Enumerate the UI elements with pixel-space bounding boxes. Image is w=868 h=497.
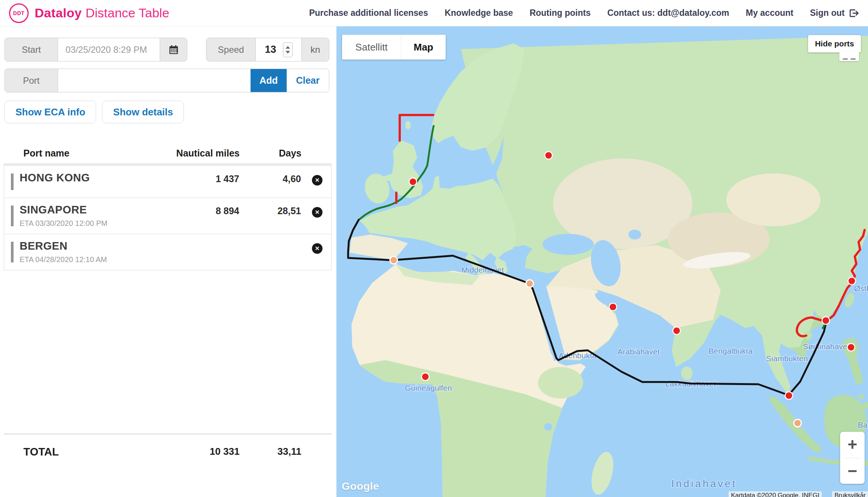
remove-port-button[interactable]: ✕ bbox=[312, 175, 322, 186]
map-canvas[interactable]: Middelhavet Adenbukta Arabiahavet Bengal… bbox=[336, 26, 868, 497]
waypoint-dot-suez[interactable] bbox=[526, 280, 533, 287]
dash-icon bbox=[851, 58, 856, 60]
route-planner-panel: Start bbox=[0, 26, 336, 497]
speed-stepper[interactable] bbox=[283, 42, 293, 57]
port-name-cell: SINGAPORE ETA 03/30/2020 12:00 PM bbox=[20, 204, 175, 228]
show-details-button[interactable]: Show details bbox=[102, 101, 184, 123]
top-navbar: DDT Dataloy Distance Table Purchase addi… bbox=[0, 0, 868, 26]
map-attribution: Kartdata ©2020 Google, INEGI Bruksvilkår bbox=[729, 491, 868, 497]
world-map-graphic: Middelhavet Adenbukta Arabiahavet Bengal… bbox=[336, 26, 868, 497]
zoom-in-button[interactable]: + bbox=[840, 432, 865, 458]
table-row-bergen: BERGEN ETA 04/28/2020 12:10 AM ✕ bbox=[4, 234, 331, 270]
port-dot-hong-kong[interactable] bbox=[822, 317, 830, 324]
land-visayas bbox=[857, 394, 865, 399]
port-dot-dubai[interactable] bbox=[609, 303, 617, 311]
remove-port-button[interactable]: ✕ bbox=[312, 243, 322, 254]
nav-knowledge-base[interactable]: Knowledge base bbox=[445, 8, 513, 18]
brand-name: Dataloy bbox=[35, 6, 82, 20]
port-dot-manila[interactable] bbox=[847, 344, 855, 351]
nav-routing-points[interactable]: Routing points bbox=[530, 8, 591, 18]
add-port-button[interactable]: Add bbox=[251, 69, 287, 92]
sign-out-icon bbox=[848, 8, 859, 18]
drag-handle[interactable] bbox=[11, 173, 14, 190]
sea-label-bay-of-bengal: Bengalbukta bbox=[709, 347, 753, 355]
ddt-logo-icon: DDT bbox=[9, 3, 29, 23]
google-logo[interactable]: Google bbox=[342, 480, 379, 492]
land-ethiopia-green bbox=[538, 367, 583, 399]
nav-contact-us[interactable]: Contact us: ddt@dataloy.com bbox=[607, 8, 729, 18]
port-group: Port Add Clear bbox=[5, 69, 329, 92]
drag-handle[interactable] bbox=[11, 206, 14, 226]
nav-purchase-licenses[interactable]: Purchase additional licenses bbox=[309, 8, 428, 18]
clipped-map-control[interactable] bbox=[839, 51, 859, 61]
land-gobi bbox=[726, 173, 821, 226]
miles-cell: 1 437 bbox=[175, 173, 247, 184]
port-dot-gulf-of-guinea[interactable] bbox=[422, 373, 429, 380]
attribution-text: Kartdata ©2020 Google, INEGI bbox=[729, 491, 822, 497]
map-toggle-button[interactable]: Map bbox=[401, 35, 446, 60]
port-eta: ETA 03/30/2020 12:00 PM bbox=[20, 219, 175, 228]
table-row-singapore: SINGAPORE ETA 03/30/2020 12:00 PM 8 894 … bbox=[4, 198, 331, 234]
water-aral bbox=[628, 230, 641, 239]
brand-logo[interactable]: DDT Dataloy Distance Table bbox=[9, 3, 169, 23]
dash-icon bbox=[843, 58, 848, 60]
header-nautical-miles: Nautical miles bbox=[176, 148, 247, 159]
speed-label: Speed bbox=[206, 38, 256, 61]
drag-handle[interactable] bbox=[11, 242, 14, 262]
table-row-hong-kong: HONG KONG 1 437 4,60 ✕ bbox=[4, 166, 331, 198]
calendar-button[interactable] bbox=[160, 38, 187, 61]
nav-sign-out[interactable]: Sign out bbox=[810, 8, 859, 18]
port-dot-moscow[interactable] bbox=[545, 152, 552, 159]
sea-label-gulf-of-guinea: Guineagulfen bbox=[405, 383, 452, 392]
water-black-sea bbox=[542, 234, 594, 255]
start-label: Start bbox=[5, 38, 58, 61]
total-spacer bbox=[304, 446, 332, 458]
speed-unit-label: kn bbox=[301, 38, 329, 61]
water-lake-victoria bbox=[544, 423, 552, 431]
actions-cell: ✕ bbox=[303, 204, 331, 218]
nav-my-account[interactable]: My account bbox=[746, 8, 793, 18]
zoom-out-button[interactable]: − bbox=[840, 458, 865, 484]
clear-button[interactable]: Clear bbox=[287, 69, 329, 92]
terms-link[interactable]: Bruksvilkår bbox=[832, 491, 868, 497]
port-name-cell: HONG KONG bbox=[20, 172, 175, 184]
speed-group: Speed kn bbox=[206, 38, 329, 61]
satellite-toggle-button[interactable]: Satellitt bbox=[342, 35, 401, 60]
zoom-control: + − bbox=[840, 432, 865, 484]
actions-cell: ✕ bbox=[303, 240, 331, 254]
land-shetland bbox=[405, 121, 411, 129]
header-port-name: Port name bbox=[4, 148, 176, 159]
sea-label-gulf-of-thailand: Siambukten bbox=[766, 354, 808, 363]
port-dot-london[interactable] bbox=[409, 178, 417, 186]
total-label: TOTAL bbox=[4, 446, 176, 458]
waypoint-dot-sunda[interactable] bbox=[794, 419, 801, 427]
miles-cell: 8 894 bbox=[175, 206, 247, 216]
port-name: SINGAPORE bbox=[20, 204, 175, 216]
show-eca-info-button[interactable]: Show ECA info bbox=[5, 101, 96, 123]
port-dot-shanghai[interactable] bbox=[848, 277, 856, 285]
header-actions bbox=[304, 148, 332, 159]
port-input[interactable] bbox=[58, 69, 251, 92]
brand-product: Distance Table bbox=[86, 6, 169, 20]
table-header: Port name Nautical miles Days bbox=[4, 148, 332, 163]
port-dot-mumbai[interactable] bbox=[673, 327, 680, 334]
show-buttons-row: Show ECA info Show details bbox=[5, 101, 184, 123]
sign-out-label: Sign out bbox=[810, 8, 845, 18]
sea-label-east-china-sea: Østkin bbox=[854, 284, 868, 293]
total-miles: 10 331 bbox=[176, 446, 247, 458]
speed-input[interactable] bbox=[258, 43, 283, 56]
remove-port-button[interactable]: ✕ bbox=[312, 207, 322, 218]
waypoint-dot-gibraltar[interactable] bbox=[390, 256, 397, 264]
port-dot-singapore[interactable] bbox=[785, 392, 793, 399]
port-name: HONG KONG bbox=[20, 172, 175, 184]
hide-ports-button[interactable]: Hide ports bbox=[808, 35, 861, 52]
header-days: Days bbox=[247, 148, 304, 159]
start-date-input[interactable] bbox=[58, 38, 160, 61]
actions-cell: ✕ bbox=[303, 172, 331, 186]
land-sri-lanka bbox=[681, 367, 692, 380]
port-eta: ETA 04/28/2020 12:10 AM bbox=[20, 255, 175, 264]
table-rows: HONG KONG 1 437 4,60 ✕ SINGAPORE ETA 03/… bbox=[4, 163, 332, 270]
sea-label-arabian-sea: Arabiahavet bbox=[617, 347, 660, 356]
dataloy-distance-table-app: DDT Dataloy Distance Table Purchase addi… bbox=[0, 0, 868, 497]
sea-label-south-china-sea: Sørkinahavet bbox=[803, 342, 850, 351]
